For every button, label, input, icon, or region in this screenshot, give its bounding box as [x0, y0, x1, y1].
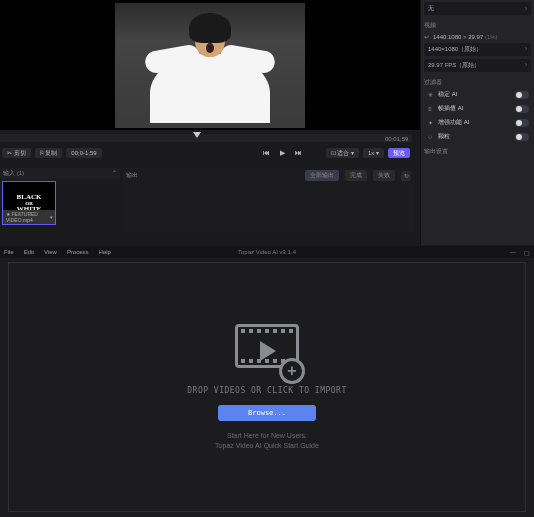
- stabilize-toggle[interactable]: [515, 91, 529, 99]
- section-output-label: 输出设置: [424, 147, 531, 156]
- drop-zone[interactable]: + DROP VIDEOS OR CLICK TO IMPORT Browse.…: [8, 262, 526, 512]
- grain-label: 颗粒: [438, 132, 511, 141]
- tab-fail[interactable]: 失败: [373, 170, 395, 181]
- input-header: 输入 (1): [3, 169, 24, 178]
- interpolation-label: 帧插值 AI: [438, 104, 511, 113]
- back-icon[interactable]: ↩: [424, 33, 429, 40]
- browse-button[interactable]: Browse...: [218, 405, 316, 421]
- section-video-label: 视频: [424, 21, 531, 30]
- tab-all-output[interactable]: 全部输出: [305, 170, 339, 181]
- cut-button[interactable]: ✂ 剪切: [2, 148, 31, 158]
- thumb-filename[interactable]: ★ FEATURED VIDEO.mp4: [3, 210, 55, 224]
- range-display[interactable]: 00;0-1;59: [66, 148, 101, 158]
- input-expand-icon[interactable]: ⌃: [112, 169, 117, 178]
- section-filter-label: 过滤器: [424, 78, 531, 87]
- menu-bar: File Edit View Process Help Topaz Video …: [0, 246, 534, 258]
- refresh-icon[interactable]: ↻: [401, 171, 411, 181]
- menu-view[interactable]: View: [44, 249, 57, 255]
- prev-frame-button[interactable]: ⏮: [263, 149, 270, 157]
- thumb-title-l1: BLACK: [17, 194, 42, 201]
- grain-toggle[interactable]: [515, 133, 529, 141]
- grain-icon: ○: [426, 134, 434, 140]
- timeline[interactable]: [0, 134, 412, 142]
- resolution-readout: 1440:1080 > 29.97 (1%): [433, 34, 498, 40]
- input-thumbnail[interactable]: BLACK OR WHITE ★ FEATURED VIDEO.mp4: [2, 181, 56, 225]
- resolution-select[interactable]: 1440×1080（原始）: [424, 43, 531, 56]
- timecode-end: 00;01;59: [385, 136, 408, 142]
- window-title: Topaz Video AI v3.1.4: [238, 249, 296, 255]
- import-icon: +: [235, 324, 299, 376]
- zoom-select[interactable]: ⊡ 适合 ▾: [326, 148, 359, 158]
- play-button[interactable]: ▶: [280, 149, 285, 157]
- stabilize-icon: ✳: [426, 91, 434, 98]
- preset-select[interactable]: 无: [424, 2, 531, 15]
- enhance-label: 增强功能 AI: [438, 118, 511, 127]
- minimize-button[interactable]: —: [510, 249, 516, 256]
- input-panel: 输入 (1) ⌃ BLACK OR WHITE ★ FEATURED VIDEO…: [0, 168, 120, 228]
- preview-button[interactable]: 预览: [388, 148, 410, 158]
- speed-select[interactable]: 1x ▾: [363, 148, 384, 158]
- drop-instruction: DROP VIDEOS OR CLICK TO IMPORT: [187, 386, 347, 395]
- stabilize-label: 稳定 AI: [438, 90, 511, 99]
- plus-icon: +: [279, 358, 305, 384]
- copy-button[interactable]: ⎘ 复制: [35, 148, 63, 158]
- tab-done[interactable]: 完成: [345, 170, 367, 181]
- interpolation-toggle[interactable]: [515, 105, 529, 113]
- menu-edit[interactable]: Edit: [24, 249, 34, 255]
- video-preview[interactable]: [0, 0, 420, 130]
- settings-panel: 无 视频 ↩ 1440:1080 > 29.97 (1%) 1440×1080（…: [420, 0, 534, 245]
- output-panel: 输出 全部输出 完成 失败 ↻: [122, 168, 415, 232]
- menu-help[interactable]: Help: [99, 249, 111, 255]
- maximize-button[interactable]: ▢: [524, 249, 530, 256]
- interpolation-icon: ≡: [426, 106, 434, 112]
- playhead-marker[interactable]: [193, 132, 201, 138]
- main-window: File Edit View Process Help Topaz Video …: [0, 246, 534, 517]
- output-header: 输出: [126, 171, 138, 180]
- enhance-toggle[interactable]: [515, 119, 529, 127]
- next-frame-button[interactable]: ⏭: [295, 149, 302, 157]
- menu-file[interactable]: File: [4, 249, 14, 255]
- video-frame: [115, 3, 305, 128]
- enhance-icon: ✦: [426, 119, 434, 126]
- quick-start-link[interactable]: Start Here for New Users: Topaz Video AI…: [215, 431, 319, 449]
- fps-select[interactable]: 29.97 FPS（原始）: [424, 59, 531, 72]
- menu-process[interactable]: Process: [67, 249, 89, 255]
